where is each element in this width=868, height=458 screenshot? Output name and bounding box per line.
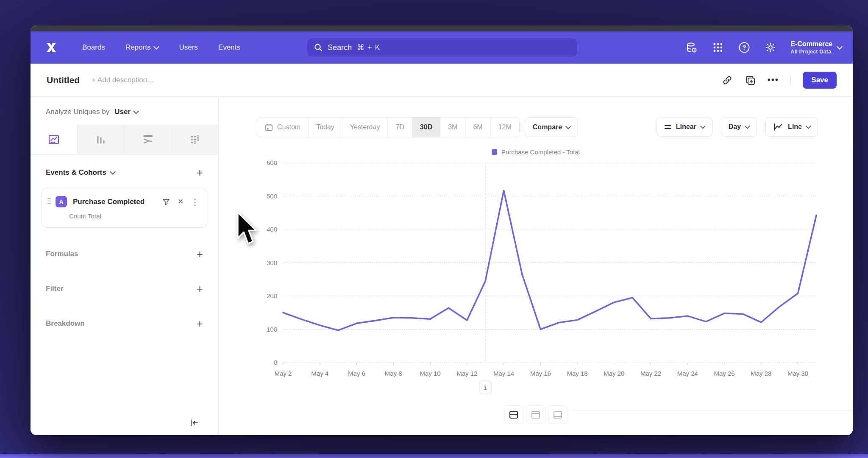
scale-button[interactable]: Linear	[657, 117, 712, 137]
section-label: Breakdown	[46, 319, 85, 328]
nav-item-users[interactable]: Users	[179, 43, 198, 52]
scale-label: Linear	[676, 123, 696, 131]
nav-item-label: Users	[179, 43, 198, 52]
query-builder-sidebar: Analyze Uniques by User	[31, 97, 219, 435]
gear-icon[interactable]	[764, 41, 777, 54]
svg-text:200: 200	[267, 292, 277, 299]
nav-item-reports[interactable]: Reports	[125, 43, 159, 52]
flows-tab-icon	[141, 133, 155, 146]
nav-item-events[interactable]: Events	[218, 43, 240, 52]
layout-top-button[interactable]	[526, 405, 545, 424]
range-6m[interactable]: 6M	[465, 117, 490, 137]
tab-retention[interactable]	[172, 125, 218, 154]
document-toolbar: Untitled + Add description... ••• Sav	[31, 64, 853, 97]
event-card[interactable]: A Purchase Completed ✕ ⋮ Count Total	[42, 188, 207, 228]
chevron-down-icon	[806, 123, 811, 129]
filter-funnel-icon[interactable]	[161, 197, 171, 207]
nav-item-label: Reports	[125, 43, 151, 52]
add-description-field[interactable]: + Add description...	[92, 76, 153, 84]
chart-panel: CustomTodayYesterday7D30D3M6M12M Compare…	[219, 97, 853, 435]
save-button[interactable]: Save	[803, 72, 837, 89]
add-filter-button[interactable]: +	[197, 285, 203, 293]
more-options-icon[interactable]: •••	[768, 75, 779, 86]
mixpanel-logo[interactable]	[43, 39, 59, 56]
legend-label: Purchase Completed - Total	[501, 148, 580, 156]
collapse-sidebar-icon[interactable]	[189, 419, 199, 429]
search-input[interactable]: Search ⌘ + K	[307, 38, 577, 57]
event-name[interactable]: Purchase Completed	[73, 198, 157, 206]
range-label: 3M	[448, 123, 457, 131]
layout-bottom-button[interactable]	[548, 405, 568, 424]
range-yesterday[interactable]: Yesterday	[342, 117, 388, 137]
range-label: 30D	[420, 123, 432, 131]
duplicate-icon[interactable]	[745, 75, 756, 86]
svg-text:May 18: May 18	[567, 370, 587, 377]
interval-button[interactable]: Day	[721, 117, 757, 137]
svg-text:May 20: May 20	[604, 370, 624, 377]
project-selector[interactable]: E-Commerce All Project Data	[790, 40, 842, 55]
copy-link-icon[interactable]	[722, 75, 733, 86]
svg-text:May 6: May 6	[348, 370, 365, 377]
event-card-row: A Purchase Completed ✕ ⋮	[47, 196, 200, 207]
nav-item-boards[interactable]: Boards	[82, 43, 105, 52]
range-7d[interactable]: 7D	[388, 117, 412, 137]
apps-grid-icon[interactable]	[712, 41, 724, 54]
nav-item-label: Events	[218, 43, 240, 52]
tab-insights-line[interactable]	[31, 125, 78, 154]
chart-type-label: Line	[788, 123, 802, 131]
chevron-down-icon	[153, 44, 159, 50]
drag-handle-icon[interactable]	[47, 198, 51, 206]
svg-text:300: 300	[267, 259, 277, 266]
svg-text:May 30: May 30	[787, 370, 808, 377]
analyze-uniques-control[interactable]: Analyze Uniques by User	[31, 97, 218, 125]
interval-label: Day	[729, 123, 741, 131]
annotation-marker[interactable]: 1	[479, 381, 491, 394]
range-label: Yesterday	[350, 123, 380, 131]
events-cohorts-toggle[interactable]: Events & Cohorts	[46, 168, 115, 177]
project-name: E-Commerce	[790, 40, 832, 48]
report-title[interactable]: Untitled	[47, 75, 80, 85]
layout-split-button[interactable]	[504, 405, 523, 424]
toolbar-divider	[790, 75, 791, 86]
sidebar-sections: Formulas+Filter+Breakdown+	[31, 235, 218, 340]
sidebar-section-breakdown: Breakdown+	[31, 305, 218, 340]
range-3m[interactable]: 3M	[440, 117, 465, 137]
sidebar-section-filter: Filter+	[31, 270, 218, 305]
event-metric-selector[interactable]: Count Total	[69, 212, 200, 220]
range-custom[interactable]: Custom	[257, 117, 309, 137]
section-label: Formulas	[46, 250, 78, 258]
range-label: Custom	[277, 123, 300, 131]
add-event-button[interactable]: +	[197, 168, 203, 177]
nav-item-label: Boards	[82, 43, 105, 52]
tab-flows[interactable]	[125, 125, 172, 154]
remove-event-icon[interactable]: ✕	[175, 197, 186, 207]
svg-text:May 26: May 26	[714, 370, 735, 377]
add-breakdown-button[interactable]: +	[197, 319, 203, 328]
chevron-down-icon	[700, 123, 706, 129]
date-range-controls: CustomTodayYesterday7D30D3M6M12M Compare	[257, 117, 578, 137]
compare-button[interactable]: Compare	[525, 117, 578, 137]
svg-text:May 22: May 22	[640, 370, 661, 377]
chevron-down-icon	[745, 123, 750, 129]
svg-text:May 2: May 2	[275, 370, 292, 377]
tab-bar-chart[interactable]	[78, 125, 125, 154]
add-formulas-button[interactable]: +	[197, 250, 203, 258]
svg-text:1: 1	[484, 384, 487, 391]
chevron-down-icon	[110, 169, 116, 175]
help-icon[interactable]: ?	[738, 41, 751, 54]
chart-type-button[interactable]: Line	[765, 117, 818, 137]
svg-text:May 16: May 16	[530, 370, 551, 377]
range-12m[interactable]: 12M	[491, 117, 519, 137]
range-today[interactable]: Today	[309, 117, 342, 137]
kebab-menu-icon[interactable]: ⋮	[190, 197, 200, 207]
svg-text:May 24: May 24	[677, 370, 698, 377]
window-chrome-bar	[31, 25, 853, 31]
background-glow	[0, 454, 868, 458]
legend-swatch	[492, 149, 497, 155]
range-30d[interactable]: 30D	[412, 117, 440, 137]
data-management-icon[interactable]	[685, 41, 698, 54]
chart-legend: Purchase Completed - Total	[492, 148, 580, 156]
sidebar-footer	[31, 412, 218, 435]
chevron-down-icon	[837, 44, 843, 50]
nav-items: BoardsReportsUsersEvents	[82, 43, 240, 52]
